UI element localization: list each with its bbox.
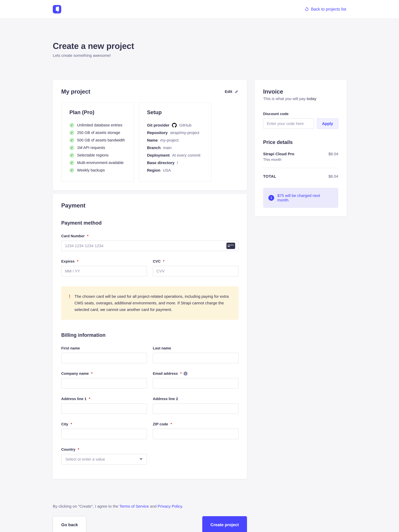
check-icon: ✓ [69, 123, 74, 128]
company-name-input[interactable] [61, 378, 147, 389]
setup-row-branch: Branchmain [147, 144, 203, 152]
setup-title: Setup [147, 109, 203, 115]
card-number-field: Card Number* [61, 234, 239, 251]
warning-icon: ! [69, 293, 71, 300]
line-item-name: Strapi Cloud Pro [263, 152, 294, 156]
country-select[interactable]: Select or enter a value [61, 454, 147, 464]
address-line-1-input[interactable] [61, 403, 147, 414]
plan-feature-list: ✓Unlimited database entries ✓250 GB of a… [69, 121, 126, 174]
warning-text: The chosen card will be used for all pro… [74, 293, 231, 313]
address-line-1-label: Address line 1 [61, 397, 86, 401]
address-line-2-label: Address line 2 [153, 397, 178, 401]
check-icon: ✓ [69, 168, 74, 173]
expires-input[interactable] [61, 266, 147, 276]
expires-label: Expires [61, 259, 75, 264]
line-item-amount: $8.04 [328, 152, 338, 156]
invoice-subtitle: This is what you will pay today [263, 96, 338, 101]
plan-feature: ✓250 GB of assets storage [69, 129, 126, 136]
first-name-input[interactable] [61, 353, 147, 363]
city-field: City* [61, 422, 147, 439]
country-select-placeholder: Select or enter a value [65, 457, 105, 462]
page-header: Create a new project Lets create somethi… [53, 41, 347, 58]
price-line-item: Strapi Cloud Pro $8.04 [263, 152, 338, 156]
card-number-input[interactable] [61, 241, 239, 251]
zip-code-label: ZIP code [153, 422, 168, 426]
company-name-label: Company name [61, 371, 89, 376]
strapi-logo-icon[interactable] [53, 5, 61, 13]
last-name-field: Last name [153, 346, 239, 363]
plan-feature: ✓Selectable regions [69, 152, 126, 159]
footer-actions: Go back Create project [53, 516, 247, 532]
terms-text: By clicking on "Create", I agree to the … [53, 504, 247, 508]
country-label: Country [61, 447, 75, 452]
divider [263, 168, 338, 168]
setup-row-region: RegionUSA [147, 166, 203, 174]
setup-box: Setup Git provider GitHub Repositorystra… [139, 102, 212, 182]
required-marker: * [163, 259, 164, 264]
discount-code-label: Discount code [263, 112, 338, 116]
company-name-field: Company name* [61, 371, 147, 389]
plan-feature: ✓Multi-environment available [69, 159, 126, 166]
payment-card: Payment Payment method Card Number* [53, 194, 247, 479]
back-to-projects-link[interactable]: Back to projects list [304, 7, 346, 12]
setup-row-git-provider: Git provider GitHub [147, 121, 203, 129]
city-input[interactable] [61, 429, 147, 439]
plan-feature: ✓Unlimited database entries [69, 121, 126, 129]
address-line-2-input[interactable] [153, 403, 239, 414]
required-marker: * [87, 234, 88, 238]
setup-row-base-directory: Base directory/ [147, 159, 203, 166]
create-project-button[interactable]: Create project [202, 516, 247, 532]
go-back-button[interactable]: Go back [53, 516, 86, 532]
check-icon: ✓ [69, 146, 74, 150]
required-marker: * [71, 422, 72, 426]
my-project-title: My project [61, 88, 90, 95]
zip-code-input[interactable] [153, 429, 239, 439]
required-marker: * [77, 259, 78, 264]
total-label: TOTAL [263, 174, 276, 179]
plan-feature: ✓500 GB of assets bandwidth [69, 136, 126, 144]
required-marker: * [170, 422, 172, 426]
discount-section: Discount code Apply [263, 112, 338, 129]
pencil-icon [235, 90, 239, 94]
plan-feature: ✓Weekly backups [69, 166, 126, 174]
top-bar: Back to projects list [0, 0, 399, 19]
setup-rows: Git provider GitHub Repositorystrapi/my-… [147, 121, 203, 174]
check-icon: ✓ [69, 160, 74, 165]
card-number-label: Card Number [61, 234, 85, 238]
address-line-1-field: Address line 1* [61, 397, 147, 414]
country-field: Country* Select or enter a value [61, 447, 147, 464]
setup-row-deployment: DeploymentAt every commit [147, 152, 203, 159]
required-marker: * [89, 397, 90, 401]
back-arrow-icon [304, 7, 309, 12]
required-marker: * [78, 447, 79, 452]
total-amount: $8.04 [328, 174, 338, 179]
github-icon [172, 123, 177, 128]
apply-discount-button[interactable]: Apply [317, 118, 338, 129]
last-name-input[interactable] [153, 353, 239, 363]
total-row: TOTAL $8.04 [263, 174, 338, 179]
check-icon: ✓ [69, 138, 74, 143]
zip-code-field: ZIP code* [153, 422, 239, 439]
terms-of-service-link[interactable]: Terms of Service [119, 504, 149, 508]
address-line-2-field: Address line 2 [153, 397, 239, 414]
plan-title: Plan (Pro) [69, 109, 126, 115]
first-name-label: First name [61, 346, 80, 350]
discount-code-input[interactable] [263, 118, 314, 129]
email-info-icon[interactable]: i [183, 372, 188, 375]
edit-project-button[interactable]: Edit [225, 89, 239, 94]
line-item-period: This month [263, 158, 338, 162]
privacy-policy-link[interactable]: Privacy Policy [157, 504, 182, 508]
email-field: Email address* i [153, 371, 239, 389]
required-marker: * [91, 371, 93, 376]
cvc-field: CVC* [153, 259, 239, 276]
city-label: City [61, 422, 68, 426]
edit-label: Edit [225, 89, 232, 94]
credit-card-icon [226, 243, 235, 249]
info-icon: i [268, 195, 274, 201]
invoice-title: Invoice [263, 88, 338, 95]
check-icon: ✓ [69, 153, 74, 158]
email-input[interactable] [153, 378, 239, 389]
chevron-down-icon [139, 458, 143, 460]
plan-box: Plan (Pro) ✓Unlimited database entries ✓… [61, 102, 134, 182]
cvc-input[interactable] [153, 266, 239, 276]
